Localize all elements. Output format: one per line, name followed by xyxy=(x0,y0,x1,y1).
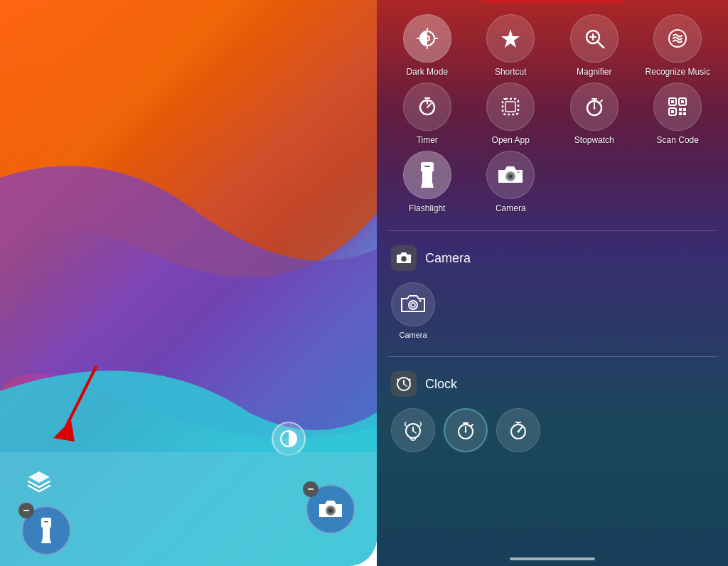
alarm-sub-circle[interactable] xyxy=(391,408,435,452)
svg-rect-38 xyxy=(679,112,682,115)
top-notch-bar xyxy=(482,0,623,3)
magnifier-circle[interactable] xyxy=(570,14,619,63)
svg-point-46 xyxy=(517,171,520,173)
shortcut-item-recognize-music[interactable]: Recognize Music xyxy=(639,14,717,77)
contrast-icon xyxy=(279,429,299,449)
svg-point-51 xyxy=(419,300,422,302)
camera-sub-label: Camera xyxy=(399,331,427,339)
svg-point-65 xyxy=(518,431,520,433)
camera-remove-badge[interactable]: − xyxy=(303,481,318,497)
scan-code-circle[interactable] xyxy=(653,82,702,131)
clock-section-label: Clock xyxy=(425,377,457,392)
svg-rect-35 xyxy=(671,110,674,113)
camera-sub-item[interactable]: Camera xyxy=(391,282,435,339)
camera-icon xyxy=(498,164,523,186)
svg-line-57 xyxy=(413,431,416,433)
svg-line-62 xyxy=(471,424,473,426)
svg-line-22 xyxy=(427,104,431,107)
timer-icon xyxy=(416,95,439,118)
camera-section-label: Camera xyxy=(425,251,471,266)
svg-point-27 xyxy=(593,107,595,110)
flashlight-remove-badge[interactable]: − xyxy=(18,503,34,518)
svg-point-50 xyxy=(411,303,415,307)
camera-section-header: Camera xyxy=(377,237,728,277)
camera-dock-button[interactable]: − xyxy=(306,484,355,534)
clock-section-divider xyxy=(388,356,717,357)
shortcut-icon xyxy=(498,26,523,50)
svg-rect-34 xyxy=(681,100,684,103)
shortcut-grid: Dark Mode Shortcut Magnifier xyxy=(377,0,728,225)
svg-line-29 xyxy=(601,100,602,102)
shortcut-circle[interactable] xyxy=(486,14,535,63)
svg-rect-4 xyxy=(43,527,50,538)
svg-marker-2 xyxy=(53,420,75,442)
dock-right: − xyxy=(306,484,355,534)
shortcut-item-scan-code[interactable]: Scan Code xyxy=(639,82,717,145)
shortcut-item-open-app[interactable]: Open App xyxy=(472,82,550,145)
clock-header-icon xyxy=(396,376,412,392)
open-app-circle[interactable] xyxy=(486,82,535,131)
open-app-icon xyxy=(499,95,522,118)
svg-line-1 xyxy=(64,367,96,431)
stopwatch-label: Stopwatch xyxy=(574,135,614,145)
flashlight-icon xyxy=(417,162,437,188)
layers-icon[interactable] xyxy=(21,463,57,498)
recognize-music-label: Recognize Music xyxy=(646,67,710,77)
camera-section-divider xyxy=(388,230,717,231)
camera-circle[interactable] xyxy=(486,151,535,199)
scan-code-label: Scan Code xyxy=(657,135,699,145)
camera-sub-icon xyxy=(401,294,425,314)
stopwatch-sub-icon xyxy=(507,419,530,442)
flashlight-circle[interactable] xyxy=(403,151,451,199)
stopwatch-circle[interactable] xyxy=(570,82,619,131)
camera-label: Camera xyxy=(496,203,526,213)
shortcut-item-flashlight[interactable]: Flashlight xyxy=(388,151,466,213)
svg-point-45 xyxy=(509,175,512,178)
contrast-icon-button[interactable] xyxy=(272,422,306,456)
shortcut-item-timer[interactable]: Timer xyxy=(388,82,466,145)
camera-dock-icon xyxy=(318,498,343,520)
svg-rect-42 xyxy=(424,166,430,167)
dark-mode-circle[interactable] xyxy=(403,14,451,63)
dark-mode-label: Dark Mode xyxy=(406,67,448,77)
dock-left: − xyxy=(21,463,71,555)
magnifier-icon xyxy=(583,27,606,50)
clock-sub-items xyxy=(377,402,728,458)
svg-rect-36 xyxy=(679,108,682,111)
flashlight-label: Flashlight xyxy=(409,203,445,213)
svg-rect-33 xyxy=(671,100,674,103)
music-circle[interactable] xyxy=(653,14,702,63)
svg-point-8 xyxy=(329,509,332,512)
shortcut-item-magnifier[interactable]: Magnifier xyxy=(555,14,633,77)
shortcut-item-stopwatch[interactable]: Stopwatch xyxy=(555,82,633,145)
scan-code-icon xyxy=(666,95,689,118)
home-indicator xyxy=(510,557,595,560)
camera-section-icon xyxy=(391,245,417,271)
timer-sub-item[interactable] xyxy=(444,408,488,452)
left-panel: − − xyxy=(0,0,377,566)
clock-section-icon xyxy=(391,371,417,397)
timer-label: Timer xyxy=(417,135,438,145)
shazam-icon xyxy=(665,26,690,50)
shortcut-label: Shortcut xyxy=(495,67,527,77)
svg-rect-24 xyxy=(505,102,515,112)
camera-header-icon xyxy=(396,252,412,265)
stopwatch-sub-circle[interactable] xyxy=(496,408,540,452)
stopwatch-sub-item[interactable] xyxy=(496,408,540,452)
timer-sub-circle[interactable] xyxy=(444,408,488,452)
dock-area: − − xyxy=(0,452,377,566)
svg-point-48 xyxy=(402,257,406,261)
shortcut-item-shortcut[interactable]: Shortcut xyxy=(472,14,550,77)
alarm-sub-icon xyxy=(402,419,424,442)
timer-circle[interactable] xyxy=(403,82,451,131)
camera-sub-items: Camera xyxy=(377,277,728,351)
shortcut-item-dark-mode[interactable]: Dark Mode xyxy=(388,14,466,77)
dark-mode-icon xyxy=(416,27,439,50)
camera-sub-circle[interactable] xyxy=(391,282,435,326)
alarm-sub-item[interactable] xyxy=(391,408,435,452)
shortcut-item-camera[interactable]: Camera xyxy=(472,151,550,213)
flashlight-dock-button[interactable]: − xyxy=(21,506,71,555)
magnifier-label: Magnifier xyxy=(577,67,611,77)
svg-point-60 xyxy=(465,431,467,433)
svg-rect-5 xyxy=(44,521,48,523)
